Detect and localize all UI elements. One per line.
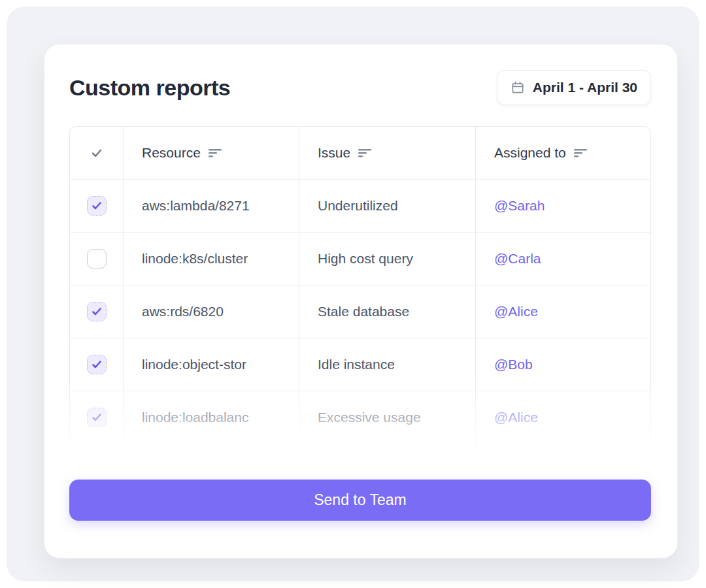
row-checkbox[interactable] [87,196,107,216]
header-resource-label: Resource [142,145,201,161]
assignee-link[interactable]: @Carla [494,251,541,267]
resource-cell: linode:loadbalanc [123,391,299,444]
resource-cell: linode:k8s/cluster [123,233,299,285]
issue-cell: Underutilized [299,180,475,232]
table-row: linode:object-stor Idle instance @Bob [70,338,650,391]
table-row: aws:lambda/8271 Underutilized @Sarah [70,180,650,233]
header-assigned-to[interactable]: Assigned to [475,127,651,179]
resource-cell: aws:rds/6820 [123,286,299,338]
row-checkbox[interactable] [87,355,107,374]
table-row: linode:loadbalanc Excessive usage @Alice [70,391,650,444]
issue-cell: Idle instance [299,338,475,391]
sort-lines-icon [574,147,588,159]
reports-table: Resource Issue [69,126,651,466]
assignee-link[interactable]: @Sarah [494,198,545,214]
assignee-link[interactable]: @Bob [494,357,533,372]
row-checkbox [87,461,107,466]
send-to-team-button[interactable]: Send to Team [69,480,651,521]
custom-reports-card: Custom reports April 1 - April 30 [44,44,678,559]
table-header-row: Resource Issue [70,127,650,180]
resource-cell: aws:lambda/8271 [123,180,299,232]
issue-cell: High cost query [299,233,475,285]
date-range-button[interactable]: April 1 - April 30 [497,70,651,105]
card-header: Custom reports April 1 - April 30 [69,71,651,105]
check-icon [90,146,104,160]
header-issue[interactable]: Issue [299,127,475,179]
row-checkbox[interactable] [87,302,107,321]
row-checkbox[interactable] [87,249,107,269]
sort-lines-icon [358,147,373,159]
resource-cell: linode:object-stor [123,338,299,391]
header-resource[interactable]: Resource [123,127,299,179]
header-issue-label: Issue [318,145,350,161]
header-select-all[interactable] [70,127,123,179]
issue-cell: Excessive usage [299,391,475,444]
sort-lines-icon [209,147,223,159]
assignee-cell [475,444,651,466]
assignee-link[interactable]: @Alice [494,304,538,319]
resource-cell [123,444,299,466]
page-title: Custom reports [69,75,230,101]
assignee-link[interactable]: @Alice [494,410,538,425]
table-row: linode:k8s/cluster High cost query @Carl… [70,233,650,286]
calendar-icon [511,80,525,95]
header-assigned-label: Assigned to [494,145,566,161]
date-range-label: April 1 - April 30 [533,80,637,95]
issue-cell [299,444,475,466]
page-background: Custom reports April 1 - April 30 [7,7,699,581]
row-checkbox[interactable] [87,408,107,427]
issue-cell: Stale database [299,286,475,338]
table-row-partial [70,444,650,466]
table-row: aws:rds/6820 Stale database @Alice [70,286,650,338]
